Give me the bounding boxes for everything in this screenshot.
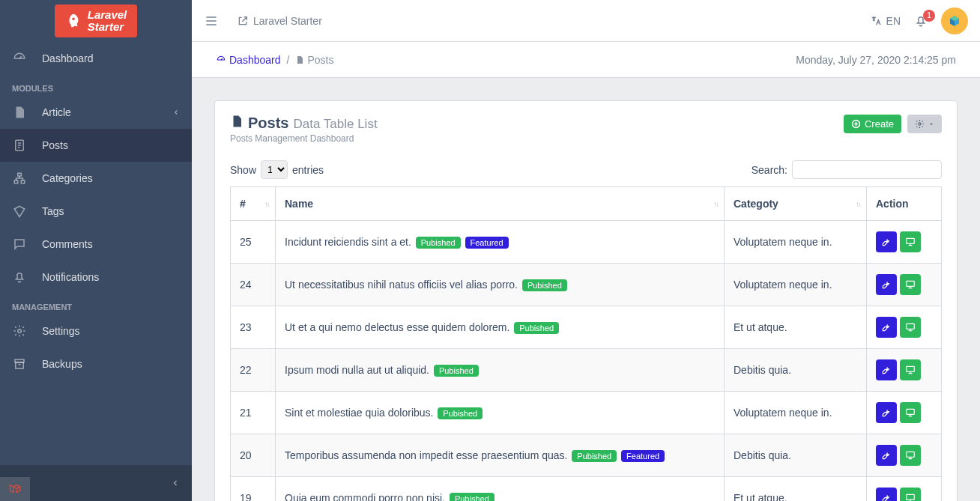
gear-icon (12, 324, 27, 338)
edit-button[interactable] (876, 488, 897, 501)
cell-name: Quia eum commodi porro non nisi. Pubishe… (276, 477, 725, 502)
published-badge: Pubished (438, 407, 483, 419)
card-subtitle: Posts Management Dashboard (230, 133, 378, 144)
cell-name: Sint et molestiae quia doloribus. Pubish… (276, 392, 725, 434)
edit-button[interactable] (876, 274, 897, 295)
col-category-label: Categoty (734, 198, 778, 210)
nav-posts[interactable]: Posts (0, 129, 192, 162)
cell-id: 19 (231, 477, 276, 502)
wrench-icon (881, 279, 892, 290)
wrench-icon (881, 322, 892, 333)
nav-article-label: Article (42, 106, 172, 118)
notification-count-badge: 1 (923, 10, 935, 22)
col-header-category[interactable]: Categoty ↑↓ (725, 187, 867, 221)
nav-article[interactable]: Article (0, 96, 192, 129)
sidebar-toggle-button[interactable] (204, 13, 219, 28)
table-row: 22Ipsum modi nulla aut ut aliquid. Pubis… (231, 349, 942, 392)
svg-rect-14 (907, 452, 915, 457)
nav-categories[interactable]: Categories (0, 162, 192, 195)
search-input[interactable] (792, 160, 942, 179)
edit-button[interactable] (876, 359, 897, 380)
external-link-icon (237, 15, 249, 27)
wrench-icon (881, 450, 892, 461)
nav-dashboard-label: Dashboard (42, 52, 180, 64)
header-datetime: Monday, July 27, 2020 2:14:25 pm (796, 54, 956, 66)
col-action-label: Action (876, 198, 909, 210)
monitor-icon (905, 450, 916, 461)
col-header-name[interactable]: Name ↑↓ (276, 187, 725, 221)
chevron-left-icon (172, 109, 180, 116)
view-button[interactable] (900, 359, 921, 380)
svg-rect-12 (907, 366, 915, 371)
chevron-left-icon (171, 479, 180, 488)
cell-name: Incidunt reiciendis sint a et. Pubished … (276, 221, 725, 264)
sort-icon: ↑↓ (264, 200, 269, 208)
view-button[interactable] (900, 231, 921, 252)
view-button[interactable] (900, 445, 921, 466)
svg-rect-3 (21, 180, 25, 183)
wrench-icon (881, 365, 892, 375)
view-button[interactable] (900, 402, 921, 423)
cell-id: 23 (231, 306, 276, 349)
wrench-icon (881, 493, 892, 501)
cell-name: Ipsum modi nulla aut ut aliquid. Pubishe… (276, 349, 725, 392)
posts-table: # ↑↓ Name ↑↓ Categoty ↑↓ Action (230, 186, 942, 501)
svg-rect-9 (907, 238, 915, 243)
file-icon (295, 55, 304, 64)
language-switcher[interactable]: EN (870, 15, 901, 27)
settings-dropdown-button[interactable] (907, 115, 942, 133)
nav-section-management: MANAGEMENT (0, 294, 192, 315)
sidebar-brand[interactable]: Laravel Starter (0, 0, 192, 42)
monitor-icon (905, 493, 916, 501)
header: Laravel Starter EN 1 (192, 0, 980, 42)
table-row: 19Quia eum commodi porro non nisi. Pubis… (231, 477, 942, 502)
breadcrumb-dashboard[interactable]: Dashboard (216, 54, 281, 66)
tags-icon (12, 204, 27, 219)
cell-category: Et ut atque. (725, 477, 867, 502)
cell-name: Ut et a qui nemo delectus esse quidem do… (276, 306, 725, 349)
notifications-button[interactable]: 1 (914, 14, 928, 28)
card-title-sub: Data Table List (293, 117, 377, 132)
cell-action (867, 221, 942, 264)
monitor-icon (905, 365, 916, 375)
breadcrumb-posts-label: Posts (307, 54, 333, 66)
nav-notifications[interactable]: Notifications (0, 261, 192, 294)
wrench-icon (881, 407, 892, 418)
sort-icon: ↑↓ (856, 200, 860, 208)
search-label: Search: (751, 164, 787, 176)
col-name-label: Name (285, 198, 313, 210)
col-id-label: # (240, 198, 246, 210)
nav-tags[interactable]: Tags (0, 195, 192, 228)
col-header-action: Action (867, 187, 942, 221)
edit-button[interactable] (876, 317, 897, 338)
nav-backups[interactable]: Backups (0, 347, 192, 380)
comment-icon (12, 237, 27, 252)
edit-button[interactable] (876, 402, 897, 423)
edit-button[interactable] (876, 231, 897, 252)
col-header-id[interactable]: # ↑↓ (231, 187, 276, 221)
translate-icon (870, 15, 882, 27)
monitor-icon (905, 322, 916, 333)
entries-select[interactable]: 10 (261, 160, 288, 179)
nav-posts-label: Posts (42, 139, 180, 151)
view-button[interactable] (900, 274, 921, 295)
svg-rect-13 (907, 409, 915, 414)
nav-tags-label: Tags (42, 205, 180, 217)
edit-button[interactable] (876, 445, 897, 466)
nav-comments[interactable]: Comments (0, 228, 192, 261)
document-icon (12, 138, 27, 153)
create-button[interactable]: Create (844, 115, 901, 133)
nav-dashboard[interactable]: Dashboard (0, 42, 192, 75)
view-button[interactable] (900, 317, 921, 338)
bell-icon (12, 270, 27, 285)
view-button[interactable] (900, 488, 921, 501)
header-brand-link[interactable]: Laravel Starter (237, 15, 322, 27)
svg-point-8 (919, 123, 921, 125)
table-row: 25Incidunt reiciendis sint a et. Pubishe… (231, 221, 942, 264)
svg-point-4 (18, 330, 22, 333)
published-badge: Pubished (522, 279, 567, 291)
cell-category: Debitis quia. (725, 434, 867, 477)
user-avatar[interactable] (941, 7, 968, 34)
nav-categories-label: Categories (42, 172, 180, 184)
nav-settings[interactable]: Settings (0, 315, 192, 347)
